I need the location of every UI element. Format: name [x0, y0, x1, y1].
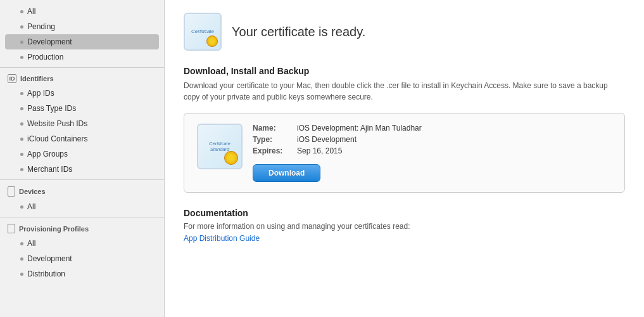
- dot-icon: [20, 122, 23, 126]
- cert-type-field: Type: iOS Development: [253, 135, 612, 144]
- cert-expires-label: Expires:: [253, 146, 297, 155]
- download-section: Download, Install and Backup Download yo…: [184, 66, 625, 103]
- cert-name-label: Name:: [253, 124, 297, 133]
- main-content: Certificate Your certificate is ready. D…: [165, 0, 644, 317]
- sidebar-divider-3: [0, 217, 164, 217]
- sidebar-item-pending[interactable]: Pending: [0, 19, 164, 34]
- documentation-section: Documentation For more information on us…: [184, 208, 625, 243]
- dot-icon: [20, 168, 23, 171]
- dot-icon: [20, 205, 23, 209]
- sidebar-item-merchant-ids[interactable]: Merchant IDs: [0, 162, 164, 177]
- dot-icon: [20, 242, 23, 245]
- documentation-title: Documentation: [184, 208, 625, 218]
- sidebar-item-all[interactable]: All: [0, 4, 164, 19]
- dot-icon: [20, 138, 23, 141]
- dot-icon: [20, 153, 23, 156]
- download-section-title: Download, Install and Backup: [184, 66, 625, 76]
- cert-ready-header: Certificate Your certificate is ready.: [184, 13, 625, 51]
- dot-icon: [20, 41, 23, 44]
- download-section-desc: Download your certificate to your Mac, t…: [184, 80, 625, 103]
- id-icon: ID: [8, 74, 16, 83]
- app-distribution-guide-link[interactable]: App Distribution Guide: [184, 234, 260, 243]
- cert-name-value: iOS Development: Ajin Man Tuladhar: [297, 124, 422, 133]
- profile-icon: [8, 224, 15, 233]
- sidebar-item-icloud-containers[interactable]: iCloud Containers: [0, 131, 164, 146]
- download-button[interactable]: Download: [253, 164, 320, 182]
- cert-expires-field: Expires: Sep 16, 2015: [253, 146, 612, 155]
- cert-seal-icon: [206, 36, 218, 47]
- dot-icon: [20, 257, 23, 261]
- cert-expires-value: Sep 16, 2015: [297, 146, 342, 155]
- sidebar-item-all-devices[interactable]: All: [0, 199, 164, 214]
- provisioning-group-header: Provisioning Profiles: [0, 220, 164, 236]
- sidebar-item-app-groups[interactable]: App Groups: [0, 146, 164, 162]
- dot-icon: [20, 56, 23, 59]
- sidebar-item-app-ids[interactable]: App IDs: [0, 86, 164, 101]
- dot-icon: [20, 25, 23, 29]
- cert-icon-text: Certificate: [191, 29, 214, 35]
- identifiers-group-header: ID Identifiers: [0, 70, 164, 86]
- cert-card-icon: CertificateStandard: [197, 124, 243, 169]
- cert-type-value: iOS Development: [297, 135, 357, 144]
- sidebar-item-pass-type-ids[interactable]: Pass Type IDs: [0, 101, 164, 116]
- sidebar-item-production[interactable]: Production: [0, 49, 164, 65]
- cert-card-seal-icon: [224, 151, 238, 165]
- cert-details: Name: iOS Development: Ajin Man Tuladhar…: [253, 124, 612, 182]
- dot-icon: [20, 92, 23, 95]
- sidebar-item-development[interactable]: Development: [5, 34, 159, 49]
- sidebar-divider: [0, 67, 164, 68]
- cert-ready-title: Your certificate is ready.: [232, 25, 365, 39]
- dot-icon: [20, 107, 23, 110]
- sidebar-item-website-push-ids[interactable]: Website Push IDs: [0, 116, 164, 131]
- cert-type-label: Type:: [253, 135, 297, 144]
- documentation-desc: For more information on using and managi…: [184, 222, 625, 231]
- sidebar-divider-2: [0, 179, 164, 180]
- sidebar-item-development-profiles[interactable]: Development: [0, 251, 164, 266]
- device-icon: [8, 186, 15, 197]
- dot-icon: [20, 273, 23, 276]
- dot-icon: [20, 10, 23, 13]
- cert-card: CertificateStandard Name: iOS Developmen…: [184, 113, 625, 193]
- devices-group-header: Devices: [0, 183, 164, 199]
- cert-name-field: Name: iOS Development: Ajin Man Tuladhar: [253, 124, 612, 133]
- sidebar: All Pending Development Production ID Id…: [0, 0, 165, 317]
- sidebar-item-distribution-profiles[interactable]: Distribution: [0, 266, 164, 281]
- cert-icon-large: Certificate: [184, 13, 222, 51]
- sidebar-item-all-profiles[interactable]: All: [0, 236, 164, 251]
